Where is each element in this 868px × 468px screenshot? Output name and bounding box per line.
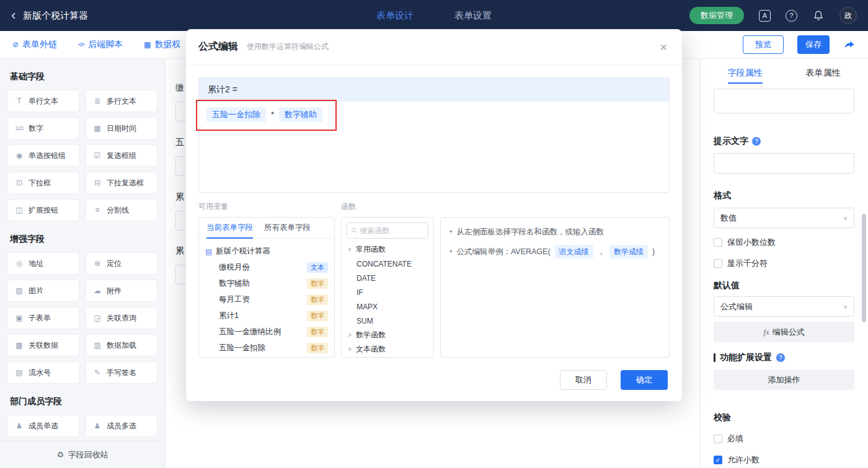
formula-editor-area[interactable]: 五险一金扣除 * 数字辅助 [199, 102, 669, 192]
share-icon[interactable] [843, 38, 856, 51]
add-action-button[interactable]: 添加操作 [714, 369, 854, 390]
tab-form-settings[interactable]: 表单设置 [454, 10, 492, 22]
sidebar-item-member-multi[interactable]: ♟ 成员多选 [86, 415, 157, 437]
functions-label: 函数 [341, 201, 356, 212]
avatar[interactable]: 政 [839, 7, 857, 24]
function-item[interactable]: IF [342, 285, 433, 299]
sidebar-item-datetime[interactable]: ▦ 日期时间 [86, 117, 157, 139]
sidebar-item-radio-group[interactable]: ◉ 单选按钮组 [7, 144, 79, 167]
function-group-math[interactable]: ˃ 数学函数 [342, 328, 433, 342]
back-button[interactable]: ‹ [11, 9, 16, 22]
allow-decimal-checkbox[interactable]: ✓ [714, 456, 722, 464]
sidebar-item-linked-data[interactable]: ▩ 关联数据 [7, 334, 79, 356]
form-external-link-button[interactable]: ⊘ 表单外链 [12, 39, 57, 50]
modal-header: 公式编辑 使用数学运算符编辑公式 × [186, 29, 682, 65]
sidebar-item-multi-line-text[interactable]: ≣ 多行文本 [86, 90, 157, 112]
sidebar-item-data-load[interactable]: ▥ 数据加载 [86, 334, 157, 356]
function-group-common[interactable]: ˅ 常用函数 [342, 242, 433, 257]
tool-item-label: 后端脚本 [88, 39, 123, 50]
variable-row[interactable]: 每月工资 数字 [205, 291, 328, 307]
cancel-button[interactable]: 取消 [560, 370, 607, 390]
formula-target: 累计2 = [199, 78, 669, 102]
sidebar-item-label: 分割线 [107, 205, 129, 216]
hint-text-input[interactable] [714, 153, 854, 174]
linked-query-icon: ◲ [92, 314, 103, 322]
function-group-text[interactable]: ˃ 文本函数 [342, 342, 433, 356]
title-input[interactable] [714, 89, 854, 113]
required-checkbox[interactable] [714, 435, 722, 443]
bell-icon[interactable] [812, 9, 825, 22]
tab-all-form-fields[interactable]: 所有表单字段 [264, 218, 311, 238]
sidebar-item-attachment[interactable]: ☁ 附件 [86, 280, 157, 302]
edit-formula-button[interactable]: fx 编辑公式 [714, 322, 854, 342]
field-recycle-bin[interactable]: ♻ 字段回收站 [0, 441, 165, 468]
variable-row[interactable]: 数字辅助 数字 [205, 275, 328, 291]
backend-script-button[interactable]: </> 后端脚本 [78, 39, 123, 50]
group-label: 常用函数 [356, 244, 386, 255]
close-icon[interactable]: × [660, 41, 667, 53]
sidebar-item-subform[interactable]: ▣ 子表单 [7, 307, 79, 329]
keep-decimal-checkbox[interactable] [714, 238, 722, 247]
checkbox-label: 允许小数 [727, 454, 760, 466]
preview-button[interactable]: 预览 [743, 35, 784, 54]
tab-current-form-fields[interactable]: 当前表单字段 [206, 218, 253, 238]
sidebar-item-image[interactable]: ▧ 图片 [7, 280, 79, 302]
confirm-button[interactable]: 确定 [621, 370, 668, 390]
variables-root[interactable]: ▤ 新版个税计算器 [205, 244, 328, 259]
formula-editor-modal: 公式编辑 使用数学运算符编辑公式 × 累计2 = 五险一金扣除 * 数字辅助 可… [186, 29, 682, 401]
sidebar-item-address[interactable]: ◎ 地址 [7, 252, 79, 275]
function-search-input[interactable] [360, 226, 424, 235]
sidebar-item-checkbox-group[interactable]: ☑ 复选框组 [86, 144, 157, 167]
function-item[interactable]: DATE [342, 271, 433, 285]
sidebar-item-member-single[interactable]: ♟ 成员单选 [7, 415, 79, 437]
sidebar-item-extend-button[interactable]: ◫ 扩展按钮 [7, 199, 79, 221]
sidebar-item-dropdown[interactable]: ⊡ 下拉框 [7, 172, 79, 194]
topbar-actions: 数据管理 A ? 政 [689, 7, 857, 24]
checkbox-icon: ☑ [92, 151, 103, 160]
sidebar-item-dropdown-multi[interactable]: ⊟ 下拉复选框 [86, 172, 157, 194]
variable-name: 缴税月份 [219, 262, 250, 273]
panel-scrollbar[interactable] [862, 214, 866, 322]
function-item[interactable]: CONCATENATE [342, 257, 433, 271]
question-icon[interactable]: ? [776, 353, 785, 362]
translate-icon[interactable]: A [759, 10, 771, 22]
variable-row[interactable]: 五险一金扣除 数字 [205, 340, 328, 356]
format-select[interactable]: 数值 ˅ [714, 208, 854, 228]
checkbox-label: 保留小数位数 [727, 237, 776, 248]
formula-field-chip[interactable]: 五险一金扣除 [206, 107, 266, 122]
tab-form-properties[interactable]: 表单属性 [806, 59, 841, 87]
thousands-checkbox[interactable] [714, 259, 722, 268]
toolbar-actions: 预览 保存 [743, 35, 856, 54]
help-icon[interactable]: ? [786, 10, 797, 22]
sidebar-item-signature[interactable]: ✎ 手写签名 [86, 361, 157, 384]
dropdown-icon: ⊡ [14, 179, 25, 187]
variable-row[interactable]: 累计1 数字 [205, 307, 328, 324]
variable-row[interactable]: 缴税月份 文本 [205, 259, 328, 275]
sidebar-item-number[interactable]: 123 数字 [7, 117, 79, 139]
sidebar-item-location[interactable]: ⊕ 定位 [86, 252, 157, 275]
data-manage-button[interactable]: 数据管理 [689, 7, 744, 24]
app-screen: 缴 五 累 累 ‹ 新版个税计算器 表单设计 表单设置 数据管理 A ? [0, 0, 868, 468]
variable-type-badge: 数字 [307, 327, 328, 337]
question-icon[interactable]: ? [752, 137, 761, 146]
sidebar-item-serial-number[interactable]: ▤ 流水号 [7, 361, 79, 384]
function-item[interactable]: MAPX [342, 299, 433, 314]
formula-field-chip[interactable]: 数字辅助 [279, 107, 322, 122]
extend-button-icon: ◫ [14, 206, 25, 214]
save-button[interactable]: 保存 [797, 35, 830, 54]
data-load-icon: ▥ [92, 341, 103, 350]
variable-row[interactable]: 五险一金缴纳比例 数字 [205, 324, 328, 340]
tab-field-properties[interactable]: 字段属性 [728, 59, 763, 87]
formula-box: 累计2 = 五险一金扣除 * 数字辅助 [198, 77, 670, 193]
sidebar-item-linked-query[interactable]: ◲ 关联查询 [86, 307, 157, 329]
sidebar-item-single-line-text[interactable]: T 单行文本 [7, 90, 79, 112]
serial-number-icon: ▤ [14, 368, 25, 377]
data-permission-button[interactable]: ▦ 数据权 [144, 39, 180, 50]
hint-text-label: 提示文字 ? [714, 136, 854, 147]
tab-form-design[interactable]: 表单设计 [376, 10, 414, 22]
sidebar-item-divider[interactable]: ≡ 分割线 [86, 199, 157, 221]
extension-settings-header: 功能扩展设置 ? [714, 352, 854, 363]
tool-item-label: 数据权 [154, 39, 180, 50]
function-item[interactable]: SUM [342, 314, 433, 328]
default-value-select[interactable]: 公式编辑 ˅ [714, 296, 854, 317]
